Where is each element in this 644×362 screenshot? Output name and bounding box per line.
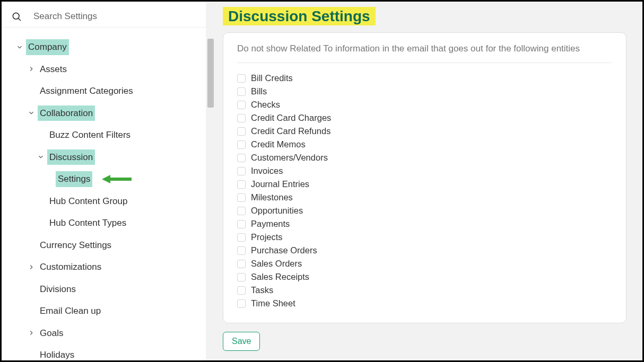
- nav-currency-settings[interactable]: Currency Settings: [2, 234, 206, 257]
- entity-row: Opportunities: [237, 204, 612, 217]
- entity-label: Bill Credits: [251, 73, 293, 83]
- entity-label: Journal Entries: [251, 179, 309, 189]
- entity-checkbox[interactable]: [237, 101, 246, 109]
- nav-goals[interactable]: Goals: [2, 322, 206, 345]
- entity-row: Sales Orders: [237, 257, 612, 270]
- entity-checkbox[interactable]: [237, 87, 246, 96]
- entity-row: Invoices: [237, 164, 612, 178]
- nav-label: Customizations: [38, 259, 103, 275]
- nav-email-cleanup[interactable]: Email Clean up: [2, 300, 206, 322]
- entity-label: Opportunities: [251, 206, 303, 216]
- chevron-right-icon: [25, 263, 38, 271]
- entity-row: Credit Card Charges: [237, 111, 612, 125]
- entity-label: Projects: [251, 232, 283, 242]
- entity-label: Purchase Orders: [251, 245, 317, 255]
- nav-label: Email Clean up: [38, 303, 103, 319]
- card-description: Do not show Related To information in th…: [237, 43, 612, 63]
- nav-company[interactable]: Company: [2, 36, 206, 58]
- nav-label: Holidays: [38, 347, 76, 360]
- page-title: Discussion Settings: [223, 7, 376, 25]
- entity-checkbox[interactable]: [237, 299, 246, 308]
- entity-label: Customers/Vendors: [251, 153, 328, 163]
- chevron-down-icon: [25, 109, 38, 117]
- nav-hub-content-types[interactable]: Hub Content Types: [2, 212, 206, 234]
- svg-marker-2: [102, 175, 132, 183]
- entity-row: Credit Memos: [237, 138, 612, 151]
- search-icon: [11, 11, 22, 22]
- entity-checkbox[interactable]: [237, 286, 246, 295]
- nav-holidays[interactable]: Holidays: [2, 344, 206, 360]
- nav-label: Hub Content Group: [47, 193, 129, 209]
- nav-label: Assets: [38, 61, 69, 77]
- entity-label: Credit Card Charges: [251, 113, 331, 123]
- entity-row: Credit Card Refunds: [237, 125, 612, 138]
- nav-label: Collaboration: [38, 105, 95, 121]
- nav-assets[interactable]: Assets: [2, 58, 206, 81]
- app-frame: Company Assets Assignment Categories Col…: [0, 0, 644, 362]
- settings-card: Do not show Related To information in th…: [223, 32, 626, 323]
- nav-label: Currency Settings: [38, 237, 114, 253]
- main-content: Discussion Settings Do not show Related …: [215, 2, 642, 360]
- entity-row: Tasks: [237, 284, 612, 297]
- nav-label: Goals: [38, 325, 65, 341]
- nav-discussion-settings[interactable]: Settings: [2, 168, 206, 190]
- entity-checkbox[interactable]: [237, 167, 246, 175]
- entity-label: Credit Memos: [251, 139, 306, 149]
- chevron-down-icon: [34, 153, 47, 161]
- nav-divisions[interactable]: Divisions: [2, 278, 206, 301]
- nav-hub-content-group[interactable]: Hub Content Group: [2, 190, 206, 213]
- entity-checkbox[interactable]: [237, 207, 246, 215]
- search-row: [2, 11, 206, 28]
- entity-label: Milestones: [251, 192, 293, 202]
- nav-assignment-categories[interactable]: Assignment Categories: [2, 80, 206, 102]
- search-input[interactable]: [33, 11, 196, 22]
- entity-row: Checks: [237, 98, 612, 111]
- nav-label: Discussion: [47, 149, 95, 165]
- entity-checkbox[interactable]: [237, 220, 246, 228]
- entity-checkbox[interactable]: [237, 273, 246, 281]
- nav-label: Assignment Categories: [38, 83, 135, 99]
- entity-label: Bills: [251, 86, 267, 96]
- entity-checkbox[interactable]: [237, 260, 246, 268]
- entity-row: Projects: [237, 231, 612, 244]
- chevron-right-icon: [25, 329, 38, 337]
- nav-buzz-content-filters[interactable]: Buzz Content Filters: [2, 124, 206, 146]
- entity-checkbox[interactable]: [237, 140, 246, 149]
- entity-checkbox[interactable]: [237, 154, 246, 162]
- save-button[interactable]: Save: [223, 332, 260, 351]
- entity-label: Checks: [251, 100, 280, 110]
- entity-row: Milestones: [237, 191, 612, 204]
- entity-checkbox[interactable]: [237, 127, 246, 136]
- entity-row: Customers/Vendors: [237, 151, 612, 164]
- nav-discussion[interactable]: Discussion: [2, 146, 206, 169]
- entity-row: Journal Entries: [237, 178, 612, 191]
- chevron-right-icon: [25, 65, 38, 73]
- nav-collaboration[interactable]: Collaboration: [2, 102, 206, 125]
- nav-customizations[interactable]: Customizations: [2, 256, 206, 278]
- entity-checkbox[interactable]: [237, 233, 246, 242]
- sidebar-scrollbar[interactable]: [206, 2, 215, 360]
- settings-sidebar: Company Assets Assignment Categories Col…: [2, 2, 206, 360]
- nav-label: Hub Content Types: [47, 215, 128, 231]
- entity-row: Sales Receipts: [237, 270, 612, 284]
- entity-row: Purchase Orders: [237, 244, 612, 257]
- svg-line-1: [19, 19, 21, 21]
- entity-checkbox[interactable]: [237, 180, 246, 189]
- entity-label: Tasks: [251, 285, 273, 295]
- entity-label: Invoices: [251, 166, 283, 176]
- nav-label: Settings: [56, 171, 92, 187]
- nav-label: Company: [26, 39, 69, 55]
- scrollbar-thumb[interactable]: [207, 39, 214, 108]
- entity-label: Payments: [251, 219, 290, 229]
- arrow-left-icon: [102, 174, 132, 184]
- entity-checkbox[interactable]: [237, 246, 246, 255]
- entity-label: Sales Orders: [251, 259, 302, 269]
- entity-checkbox[interactable]: [237, 114, 246, 122]
- entity-row: Time Sheet: [237, 297, 612, 310]
- entity-label: Credit Card Refunds: [251, 126, 330, 136]
- entity-checkbox[interactable]: [237, 74, 246, 83]
- entity-row: Payments: [237, 217, 612, 231]
- entity-checkbox[interactable]: [237, 193, 246, 202]
- page-title-row: Discussion Settings: [223, 8, 626, 25]
- nav-label: Divisions: [38, 281, 78, 297]
